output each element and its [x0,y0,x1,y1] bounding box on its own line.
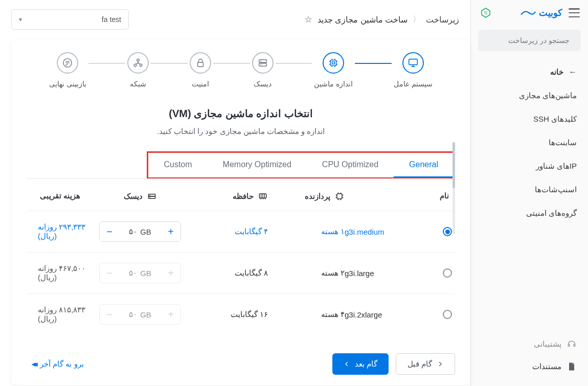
scrollbar-thumb[interactable] [453,142,455,188]
topbar: زیرساخت 〈 ساخت ماشین مجازی جدید ☆ fa tes… [0,0,470,34]
project-selected: fa test [102,15,121,24]
memory-icon [258,191,268,201]
row-cpu: ۴ هسته [268,310,345,319]
sidebar: کوبیت S ← خانه ماشین‌های مجازی کلیدهای S… [470,0,588,386]
svg-rect-16 [259,60,266,63]
nav-ssh-keys[interactable]: کلیدهای SSH [471,107,588,131]
step-os[interactable]: سیستم عامل [392,52,435,88]
disk-stepper: − ۵۰GB + [99,304,181,325]
headset-icon [567,339,577,349]
step-security[interactable]: امنیت [188,52,213,88]
row-cost: ۴۶۷,۵۰۰ روزانه (ریال) [30,264,89,282]
chevron-left-icon: 〈 [413,14,421,25]
double-chevron-left-icon: ◂◂ [32,359,36,369]
size-tabs-wrap: General CPU Optimized Memory Optimized C… [27,151,455,179]
disk-icon [147,191,157,201]
step-network[interactable]: شبکه [125,52,151,88]
row-cost: ۲۹۳,۳۳۳ روزانه (ریال) [30,222,89,241]
chip-icon [328,57,339,69]
size-table-header: نام پردازنده حافظه دیسک هزینه تقریبی [27,179,455,211]
lock-icon [195,57,206,69]
row-mem: ۸ گیگابایت [191,268,268,278]
chip-icon [334,191,345,201]
th-name: نام [345,191,452,201]
size-row[interactable]: g3i.large ۲ هسته ۸ گیگابایت − ۵۰GB + ۴۶۷… [27,252,455,293]
row-mem: ۴ گیگابایت [191,227,268,236]
sidebar-search[interactable] [478,30,581,51]
wave-icon [521,9,536,17]
breadcrumb-root[interactable]: زیرساخت [426,15,459,25]
row-name: g3i.2xlarge [345,310,436,319]
skip-to-last[interactable]: برو به گام آخر ◂◂ [32,359,84,369]
radio[interactable] [443,310,452,319]
scrollbar[interactable] [453,142,455,234]
tab-memory-optimized[interactable]: Memory Optimized [208,153,307,177]
nav-support[interactable]: پشتیبانی [471,333,588,355]
step-review[interactable]: بازبینی نهایی [47,52,88,88]
nav-subnets[interactable]: سابنت‌ها [471,131,588,154]
svg-point-21 [137,59,139,61]
chevron-left-icon [344,361,350,367]
row-cost: ۸۱۵,۸۳۳ روزانه (ریال) [30,305,89,324]
disk-increment: + [161,305,180,324]
brand-name: کوبیت [539,7,562,18]
th-memory: حافظه [191,191,268,201]
network-icon [132,57,144,69]
row-name: g3i.medium [345,228,436,236]
size-row[interactable]: g3i.2xlarge ۴ هسته ۱۶ گیگابایت − ۵۰GB + … [27,293,455,335]
row-cpu: ۱ هسته [268,227,345,236]
caret-down-icon: ▾ [19,16,22,23]
svg-point-18 [260,60,261,61]
row-name: g3i.large [345,269,436,278]
nav-vms[interactable]: ماشین‌های مجازی [471,84,588,107]
disk-decrement[interactable]: − [100,222,119,241]
disk-stepper[interactable]: − ۵۰GB + [99,221,181,242]
step-size[interactable]: اندازه ماشین [312,52,355,88]
tab-general[interactable]: General [394,153,454,177]
project-selector[interactable]: fa test ▾ [11,9,129,30]
svg-rect-7 [332,62,335,64]
breadcrumb: زیرساخت 〈 ساخت ماشین مجازی جدید ☆ [136,14,459,25]
radio-selected[interactable] [443,227,452,236]
section-subtitle: اندازه و مشخصات ماشین مجازی خود را انتخا… [27,127,455,136]
svg-rect-20 [197,62,203,66]
nav-security-groups[interactable]: گروه‌های امنیتی [471,201,588,225]
breadcrumb-current: ساخت ماشین مجازی جدید [318,15,408,25]
monitor-icon [408,57,419,69]
svg-rect-17 [259,63,266,66]
document-icon [567,361,577,372]
nav-floating-ips[interactable]: IPهای شناور [471,154,588,178]
th-cost: هزینه تقریبی [30,191,89,201]
favorite-star[interactable]: ☆ [304,14,312,25]
next-button[interactable]: گام بعد [332,353,389,375]
size-row[interactable]: g3i.medium ۱ هسته ۴ گیگابایت − ۵۰GB + ۲۹… [27,211,455,252]
svg-point-47 [149,197,150,198]
nav-home[interactable]: ← خانه [471,60,588,84]
step-disk[interactable]: دیسک [250,52,276,88]
section-title: انتخاب اندازه ماشین مجازی (VM) [27,107,455,120]
nav-snapshots[interactable]: اسنپ‌شات‌ها [471,178,588,201]
th-disk: دیسک [89,191,191,201]
disk-increment[interactable]: + [161,222,180,241]
prev-button[interactable]: گام قبل [396,353,455,375]
arrow-left-icon: ← [569,67,577,77]
disk-decrement: − [100,305,119,324]
search-input[interactable] [480,36,570,44]
checklist-icon [62,57,73,69]
th-cpu: پردازنده [268,191,345,201]
wizard-card: سیستم عامل اندازه ماشین دیسک امنیت شبکه [11,40,470,385]
menu-toggle[interactable] [569,8,580,17]
wizard-footer: گام قبل گام بعد برو به گام آخر ◂◂ [27,341,455,375]
disk-increment: + [161,263,180,283]
svg-rect-6 [331,60,336,66]
tab-cpu-optimized[interactable]: CPU Optimized [307,153,394,177]
chevron-right-icon [437,361,443,367]
tab-custom[interactable]: Custom [148,153,207,177]
brand-logo[interactable]: کوبیت [499,7,562,18]
row-mem: ۱۶ گیگابایت [191,310,268,319]
nav-docs[interactable]: مستندات [471,355,588,378]
radio[interactable] [443,268,452,278]
provider-icon: S [479,6,492,19]
svg-rect-3 [409,59,418,65]
nav-home-label: خانه [550,67,563,77]
